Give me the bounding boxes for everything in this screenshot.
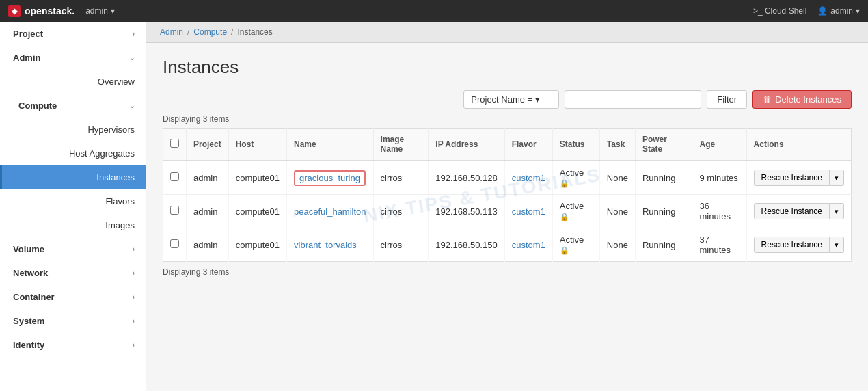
row-age: 37 minutes xyxy=(692,228,746,262)
instances-table: Project Host Name Image Name IP Address … xyxy=(163,128,852,262)
col-task: Task xyxy=(599,129,635,161)
sidebar-item-system[interactable]: System › xyxy=(0,309,146,333)
display-info-top: Displaying 3 items xyxy=(163,114,852,124)
breadcrumb-sep-1: / xyxy=(187,27,189,37)
instance-name-link[interactable]: gracious_turing xyxy=(294,170,366,186)
sidebar-item-identity[interactable]: Identity › xyxy=(0,333,146,357)
user-icon: 👤 xyxy=(817,6,828,16)
table-header-row: Project Host Name Image Name IP Address … xyxy=(163,129,852,161)
trash-icon: 🗑 xyxy=(763,94,772,105)
row-flavor: custom1 xyxy=(504,228,552,262)
row-project: admin xyxy=(187,161,229,195)
row-task: None xyxy=(599,228,635,262)
action-dropdown-button[interactable]: ▾ xyxy=(830,237,844,253)
flavor-link[interactable]: custom1 xyxy=(512,240,545,250)
flavor-link[interactable]: custom1 xyxy=(512,173,545,183)
row-name: peaceful_hamilton xyxy=(287,195,374,228)
sidebar-item-label: Images xyxy=(105,220,135,230)
sidebar-item-admin[interactable]: Admin ⌄ xyxy=(0,46,146,70)
compute-subnav: Hypervisors Host Aggregates Instances Fl… xyxy=(0,118,146,237)
sidebar-item-instances[interactable]: Instances xyxy=(0,165,146,189)
instance-name-link[interactable]: peaceful_hamilton xyxy=(294,206,366,217)
delete-instances-button[interactable]: 🗑 Delete Instances xyxy=(752,90,852,109)
action-dropdown-button[interactable]: ▾ xyxy=(830,170,844,186)
page-header: Instances xyxy=(146,43,868,85)
rescue-instance-button[interactable]: Rescue Instance xyxy=(754,170,830,186)
row-status: Active 🔒 xyxy=(552,161,599,195)
row-task: None xyxy=(599,161,635,195)
breadcrumb-instances: Instances xyxy=(237,27,272,37)
instance-name-link[interactable]: vibrant_torvalds xyxy=(294,240,357,250)
lock-icon: 🔒 xyxy=(560,179,569,187)
row-host: compute01 xyxy=(228,161,286,195)
col-host: Host xyxy=(228,129,286,161)
sidebar-item-overview[interactable]: Overview xyxy=(0,70,146,94)
breadcrumb-sep-2: / xyxy=(231,27,233,37)
user-label: admin xyxy=(830,6,853,16)
row-checkbox[interactable] xyxy=(170,172,179,181)
sidebar-item-label: Project xyxy=(13,29,43,39)
sidebar-item-label: Compute xyxy=(18,100,57,111)
sidebar-item-label: System xyxy=(13,316,44,326)
table-row: admincompute01vibrant_torvaldscirros192.… xyxy=(163,228,852,262)
row-host: compute01 xyxy=(228,228,286,262)
breadcrumb: Admin / Compute / Instances xyxy=(146,22,868,43)
sidebar-item-hypervisors[interactable]: Hypervisors xyxy=(0,118,146,141)
project-label: admin xyxy=(85,6,108,16)
row-name: vibrant_torvalds xyxy=(287,228,374,262)
col-project: Project xyxy=(187,129,229,161)
sidebar-item-label: Admin xyxy=(13,53,40,63)
chevron-down-icon: ⌄ xyxy=(129,54,135,62)
chevron-right-icon: › xyxy=(133,293,135,301)
row-checkbox[interactable] xyxy=(170,206,179,215)
rescue-instance-button[interactable]: Rescue Instance xyxy=(754,237,830,253)
sidebar-item-label: Container xyxy=(13,292,55,302)
breadcrumb-compute[interactable]: Compute xyxy=(193,27,227,37)
sidebar-item-label: Instances xyxy=(96,172,135,183)
col-flavor: Flavor xyxy=(504,129,552,161)
row-checkbox[interactable] xyxy=(170,239,179,248)
sidebar-item-network[interactable]: Network › xyxy=(0,261,146,285)
sidebar-item-container[interactable]: Container › xyxy=(0,285,146,309)
row-power-state: Running xyxy=(635,228,692,262)
sidebar-item-images[interactable]: Images xyxy=(0,213,146,237)
sidebar-item-project[interactable]: Project › xyxy=(0,22,146,46)
table-row: admincompute01peaceful_hamiltoncirros192… xyxy=(163,195,852,228)
rescue-instance-button[interactable]: Rescue Instance xyxy=(754,203,830,219)
chevron-right-icon: › xyxy=(133,341,135,349)
sidebar-item-label: Volume xyxy=(13,244,44,254)
flavor-link[interactable]: custom1 xyxy=(512,206,545,217)
lock-icon: 🔒 xyxy=(560,246,569,254)
action-dropdown-button[interactable]: ▾ xyxy=(830,203,844,219)
sidebar: Project › Admin ⌄ Overview Compute ⌄ Hyp… xyxy=(0,22,146,391)
sidebar-item-compute[interactable]: Compute ⌄ xyxy=(0,94,146,118)
filter-select-chevron-icon: ▾ xyxy=(535,94,540,105)
row-checkbox-cell xyxy=(163,195,187,228)
sidebar-item-flavors[interactable]: Flavors xyxy=(0,189,146,213)
filter-select[interactable]: Project Name = ▾ xyxy=(463,90,559,109)
chevron-right-icon: › xyxy=(133,30,135,38)
row-ip-address: 192.168.50.113 xyxy=(429,195,504,228)
chevron-right-icon: › xyxy=(133,245,135,253)
sidebar-item-host-aggregates[interactable]: Host Aggregates xyxy=(0,141,146,165)
col-name: Name xyxy=(287,129,374,161)
breadcrumb-admin[interactable]: Admin xyxy=(160,27,183,37)
select-all-checkbox[interactable] xyxy=(170,139,179,148)
row-image-name: cirros xyxy=(373,228,429,262)
sidebar-item-label: Network xyxy=(13,268,48,278)
navbar-right: >_ Cloud Shell 👤 admin ▾ xyxy=(753,6,860,16)
row-ip-address: 192.168.50.128 xyxy=(429,161,504,195)
row-age: 36 minutes xyxy=(692,195,746,228)
row-flavor: custom1 xyxy=(504,161,552,195)
sidebar-item-volume[interactable]: Volume › xyxy=(0,237,146,261)
filter-button[interactable]: Filter xyxy=(707,90,747,109)
filter-input[interactable] xyxy=(565,90,701,109)
cloud-shell-button[interactable]: >_ Cloud Shell xyxy=(753,6,806,16)
row-host: compute01 xyxy=(228,195,286,228)
user-menu[interactable]: 👤 admin ▾ xyxy=(817,6,860,16)
navbar-left: ◆ openstack. admin ▾ xyxy=(8,5,115,17)
project-menu[interactable]: admin ▾ xyxy=(85,6,115,16)
row-status: Active 🔒 xyxy=(552,195,599,228)
chevron-right-icon: › xyxy=(133,269,135,277)
sidebar-item-label: Host Aggregates xyxy=(69,148,135,159)
